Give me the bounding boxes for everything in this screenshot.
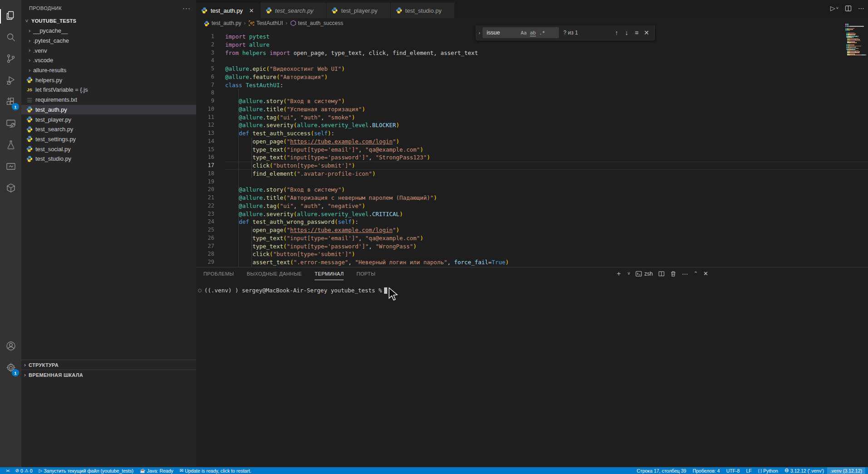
- code-line-27[interactable]: 27 type_text("input[type='password']", "…: [196, 242, 868, 251]
- code-editor[interactable]: 1import pytest2import allure3from helper…: [196, 28, 868, 267]
- activity-item-live-preview[interactable]: [0, 158, 21, 178]
- status-eol[interactable]: LF: [743, 467, 755, 474]
- file-tree-item-allure-results[interactable]: ›allure-results: [21, 65, 196, 75]
- status-cursor-position[interactable]: Строка 17, столбец 39: [634, 467, 690, 474]
- activity-item-search[interactable]: [0, 28, 21, 48]
- code-line-16[interactable]: 16 type_text("input[type='password']", "…: [196, 153, 868, 162]
- previous-match-icon[interactable]: ↑: [612, 28, 621, 38]
- file-tree-item-test_settings.py[interactable]: test_settings.py: [21, 134, 196, 144]
- code-line-4[interactable]: 4: [196, 57, 868, 65]
- file-tree-item-test_player.py[interactable]: test_player.py: [21, 114, 196, 124]
- code-line-2[interactable]: 2import allure: [196, 41, 868, 49]
- terminal-profiles-icon[interactable]: ˅: [627, 271, 630, 276]
- code-line-3[interactable]: 3from helpers import open_page, type_tex…: [196, 49, 868, 57]
- activity-item-source-control[interactable]: [0, 49, 21, 69]
- breadcrumb-item-test_auth_success[interactable]: test_auth_success: [290, 20, 343, 26]
- activity-item-containers[interactable]: [0, 179, 21, 199]
- breadcrumb-item-test_auth.py[interactable]: test_auth.py: [203, 20, 241, 26]
- activity-item-accounts[interactable]: [0, 337, 21, 357]
- status-python-interpreter[interactable]: 3.12.12 ('.venv'): [781, 467, 827, 474]
- code-line-24[interactable]: 24 def test_auth_wrong_password(self):: [196, 218, 868, 226]
- panel-tab-ПОРТЫ[interactable]: ПОРТЫ: [356, 267, 375, 280]
- code-line-11[interactable]: 11 @allure.tag("ui", "auth", "smoke"): [196, 114, 868, 122]
- code-line-14[interactable]: 14 open_page("https://tube.example.com/l…: [196, 138, 868, 146]
- status-remote-indicator[interactable]: ><: [3, 467, 12, 474]
- more-actions-icon[interactable]: ⋯: [682, 270, 688, 277]
- kill-terminal-icon[interactable]: [670, 271, 676, 277]
- file-tree-item-test_studio.py[interactable]: test_studio.py: [21, 154, 196, 164]
- run-file-button[interactable]: ▷˅: [830, 5, 838, 12]
- activity-item-settings[interactable]: 1: [0, 359, 21, 379]
- tab-test_auth.py[interactable]: test_auth.py✕: [196, 3, 261, 18]
- code-line-10[interactable]: 10 @allure.title("Успешная авторизация"): [196, 105, 868, 114]
- tab-test_studio.py[interactable]: test_studio.py: [391, 3, 455, 18]
- activity-item-remote-explorer[interactable]: [0, 114, 21, 134]
- file-tree-item-.venv[interactable]: ›.venv: [21, 45, 196, 55]
- panel-tab-ПРОБЛЕМЫ[interactable]: ПРОБЛЕМЫ: [203, 267, 234, 280]
- close-panel-icon[interactable]: ✕: [703, 270, 708, 277]
- split-editor-icon[interactable]: [845, 5, 852, 12]
- regex-icon[interactable]: .*: [539, 30, 545, 36]
- terminal[interactable]: ((.venv) ) sergey@MacBook-Air-Sergey you…: [196, 283, 868, 467]
- file-tree-item-let_firstVariable____.js[interactable]: JSlet firstVariable = {.js: [21, 85, 196, 95]
- status-java-status[interactable]: ☕Java: Ready: [137, 467, 177, 474]
- split-terminal-icon[interactable]: [658, 271, 665, 277]
- explorer-more-actions-icon[interactable]: ···: [182, 4, 191, 12]
- code-line-20[interactable]: 20 @allure.story("Вход в систему"): [196, 186, 868, 194]
- terminal-instance[interactable]: zsh: [636, 271, 653, 277]
- code-line-15[interactable]: 15 type_text("input[type='email']", "qa@…: [196, 146, 868, 154]
- file-tree-item-test_social.py[interactable]: test_social.py: [21, 144, 196, 154]
- outline-section[interactable]: › СТРУКТУРА: [21, 360, 196, 370]
- maximize-panel-icon[interactable]: ⌃: [694, 271, 698, 276]
- code-line-29[interactable]: 29 assert_text(".error-message", "Неверн…: [196, 258, 868, 267]
- code-line-17[interactable]: 17 click("button[type='submit']"): [196, 162, 868, 170]
- status-problems-counter[interactable]: ⊘0⚠0: [12, 467, 36, 474]
- code-line-25[interactable]: 25 open_page("https://tube.example.com/l…: [196, 226, 868, 234]
- next-match-icon[interactable]: ↓: [621, 28, 631, 38]
- tab-test_player.py[interactable]: test_player.py: [326, 3, 390, 18]
- status-python-env[interactable]: .venv (3.12.12): [827, 467, 865, 474]
- code-line-13[interactable]: 13 def test_auth_success(self):: [196, 129, 868, 138]
- code-line-5[interactable]: 5@allure.epic("Видеохостинг Web UI"): [196, 65, 868, 73]
- close-find-icon[interactable]: ✕: [641, 28, 651, 38]
- code-line-7[interactable]: 7class TestAuthUI:: [196, 81, 868, 89]
- file-tree-item-.pytest_cache[interactable]: ›.pytest_cache: [21, 36, 196, 46]
- whole-word-icon[interactable]: ab: [530, 30, 536, 36]
- status-run-current-file[interactable]: ▷Запустить текущий файл (youtube_tests): [36, 467, 137, 474]
- code-line-19[interactable]: 19: [196, 178, 868, 186]
- status-update-notice[interactable]: ✉Update is ready, click to restart.: [177, 467, 255, 474]
- new-terminal-icon[interactable]: ＋: [615, 269, 622, 278]
- timeline-section[interactable]: › ВРЕМЕННАЯ ШКАЛА: [21, 370, 196, 380]
- status-encoding[interactable]: UTF-8: [723, 467, 743, 474]
- panel-tab-ТЕРМИНАЛ[interactable]: ТЕРМИНАЛ: [315, 267, 344, 280]
- file-tree-item-test_search.py[interactable]: test_search.py: [21, 124, 196, 134]
- code-line-26[interactable]: 26 type_text("input[type='email']", "qa@…: [196, 234, 868, 242]
- file-tree-item-helpers.py[interactable]: helpers.py: [21, 75, 196, 85]
- code-line-8[interactable]: 8: [196, 89, 868, 97]
- activity-item-explorer[interactable]: [0, 6, 21, 26]
- file-tree-item-.vscode[interactable]: ›.vscode: [21, 55, 196, 65]
- activity-item-testing[interactable]: [0, 136, 21, 156]
- code-line-22[interactable]: 22 @allure.tag("ui", "auth", "negative"): [196, 202, 868, 210]
- find-input[interactable]: [486, 29, 518, 36]
- code-line-9[interactable]: 9 @allure.story("Вход в систему"): [196, 97, 868, 105]
- breadcrumb-item-TestAuthUI[interactable]: TestAuthUI: [248, 20, 283, 26]
- minimap[interactable]: [845, 24, 866, 56]
- code-line-23[interactable]: 23 @allure.severity(allure.severity_leve…: [196, 210, 868, 218]
- toggle-replace-icon[interactable]: ›: [476, 25, 483, 40]
- panel-tab-ВЫХОДНЫЕ ДАННЫЕ[interactable]: ВЫХОДНЫЕ ДАННЫЕ: [247, 267, 302, 280]
- activity-item-extensions[interactable]: 1: [0, 93, 21, 113]
- file-tree-item-requirements.txt[interactable]: ———requirements.txt: [21, 95, 196, 105]
- more-actions-icon[interactable]: ⋯: [858, 5, 864, 12]
- code-line-21[interactable]: 21 @allure.title("Авторизация с неверным…: [196, 194, 868, 202]
- match-case-icon[interactable]: Aa: [521, 30, 527, 36]
- code-line-6[interactable]: 6@allure.feature("Авторизация"): [196, 73, 868, 81]
- status-indentation[interactable]: Пробелов: 4: [690, 467, 723, 474]
- find-in-selection-icon[interactable]: ≡: [631, 28, 641, 38]
- tab-test_search.py[interactable]: test_search.py: [261, 3, 327, 18]
- close-tab-icon[interactable]: ✕: [247, 7, 256, 14]
- explorer-root-folder[interactable]: ˅ YOUTUBE_TESTS: [21, 16, 196, 26]
- file-tree-item-__pycache__[interactable]: ›__pycache__: [21, 26, 196, 36]
- command-decoration-icon[interactable]: [198, 289, 202, 292]
- file-tree-item-test_auth.py[interactable]: test_auth.py: [21, 105, 196, 115]
